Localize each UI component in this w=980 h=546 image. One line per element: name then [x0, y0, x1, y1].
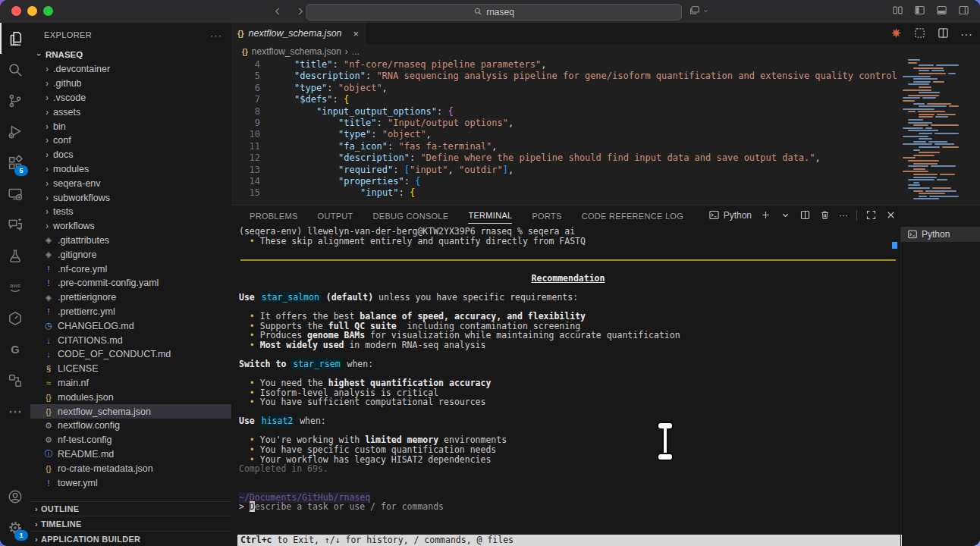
- editor-more-actions-icon[interactable]: ···: [960, 28, 972, 42]
- folder--github[interactable]: ›.github: [30, 77, 231, 91]
- breadcrumb-more[interactable]: ...: [352, 46, 360, 57]
- file-nf-test-config[interactable]: ⚙nf-test.config: [30, 433, 231, 447]
- activity-item-source-control[interactable]: [0, 85, 30, 116]
- explorer-more-actions-icon[interactable]: ···: [210, 30, 222, 41]
- file--gitignore[interactable]: ◈.gitignore: [30, 247, 231, 262]
- terminal-output[interactable]: (seqera-env) llewelyn-van-der-berg@KTW2Y…: [239, 227, 897, 535]
- toggle-secondary-sidebar-icon[interactable]: [958, 5, 969, 16]
- layout-dropdown-button[interactable]: [689, 5, 709, 17]
- folder-bin[interactable]: ›bin: [30, 119, 231, 133]
- folder-subworkflows[interactable]: ›subworkflows: [30, 190, 231, 205]
- maximize-panel-icon[interactable]: [865, 209, 877, 221]
- panel-more-actions-icon[interactable]: ···: [839, 210, 848, 221]
- activity-item-aws-toolkit[interactable]: aws: [0, 271, 30, 303]
- chevron-right-icon: ›: [41, 221, 53, 231]
- file-nextflow-config[interactable]: ⚙nextflow.config: [30, 419, 231, 433]
- activity-item-accounts[interactable]: [0, 481, 30, 512]
- activity-item-search[interactable]: [0, 54, 30, 85]
- panel-tab-code-reference-log[interactable]: CODE REFERENCE LOG: [582, 208, 683, 224]
- activity-item-remote-explorer[interactable]: [0, 178, 30, 209]
- split-editor-icon[interactable]: [937, 27, 950, 42]
- activity-item-explorer[interactable]: [0, 23, 30, 54]
- zoom-window-button[interactable]: [43, 6, 53, 16]
- minimize-window-button[interactable]: [27, 6, 37, 16]
- file-tower-yml[interactable]: !tower.yml: [30, 475, 231, 490]
- toggle-primary-sidebar-icon[interactable]: [914, 5, 925, 16]
- terminal-blank-line: [239, 483, 897, 493]
- file--nf-core-yml[interactable]: !.nf-core.yml: [30, 262, 231, 276]
- navigate-back-button[interactable]: [270, 3, 285, 20]
- activity-item-ai-chat[interactable]: [0, 209, 30, 240]
- file-ro-crate-metadata-json[interactable]: {}ro-crate-metadata.json: [30, 461, 231, 475]
- license-file-icon: §: [42, 364, 55, 373]
- activity-item-gitlens[interactable]: G: [0, 334, 30, 365]
- breadcrumb-file[interactable]: nextflow_schema.json: [252, 46, 341, 57]
- sidebar-section-outline[interactable]: ›OUTLINE: [30, 501, 231, 516]
- terminal-line: • Most widely used in modern RNA-seq ana…: [239, 340, 897, 350]
- file-label: main.nf: [58, 378, 89, 388]
- breadcrumb[interactable]: {} nextflow_schema.json › ...: [231, 44, 980, 59]
- file-readme-md[interactable]: ⓘREADME.md: [30, 447, 231, 462]
- panel-tab-output[interactable]: OUTPUT: [318, 208, 353, 224]
- folder-docs[interactable]: ›docs: [30, 148, 231, 162]
- file-modules-json[interactable]: {}modules.json: [30, 390, 231, 404]
- close-window-button[interactable]: [11, 6, 21, 16]
- info-file-icon: ⓘ: [42, 448, 55, 460]
- tab-close-icon[interactable]: ×: [353, 28, 359, 39]
- folder--vscode[interactable]: ›.vscode: [30, 91, 231, 105]
- schema-preview-icon[interactable]: [913, 27, 926, 42]
- file-changelog-md[interactable]: ◷CHANGELOG.md: [30, 318, 231, 333]
- file--prettierignore[interactable]: ◈.prettierignore: [30, 290, 231, 305]
- chevron-right-icon: ›: [41, 150, 53, 160]
- activity-item-run-and-debug[interactable]: [0, 116, 30, 147]
- folder-seqera-env[interactable]: ›seqera-env: [30, 176, 231, 190]
- terminal-list-item-python[interactable]: Python: [901, 227, 980, 242]
- terminal-shell-label[interactable]: Python: [708, 209, 752, 221]
- panel-tab-debug-console[interactable]: DEBUG CONSOLE: [373, 208, 449, 224]
- panel-tab-problems[interactable]: PROBLEMS: [250, 208, 298, 224]
- activity-item-extensions[interactable]: 5: [0, 147, 30, 178]
- sidebar-section-application-builder[interactable]: ›APPLICATION BUILDER: [30, 531, 231, 546]
- folder-tests[interactable]: ›tests: [30, 205, 231, 219]
- minimap[interactable]: [900, 59, 959, 205]
- activity-item-testing[interactable]: [0, 240, 30, 271]
- activity-item-project-graph[interactable]: [0, 365, 30, 396]
- terminal-blank-line: [239, 407, 897, 417]
- file-code-of-conduct-md[interactable]: ↓CODE_OF_CONDUCT.md: [30, 347, 231, 362]
- folder-assets[interactable]: ›assets: [30, 105, 231, 119]
- folder-modules[interactable]: ›modules: [30, 162, 231, 177]
- chevron-right-icon: ›: [35, 504, 38, 513]
- command-center-search[interactable]: rnaseq: [306, 4, 682, 20]
- file-main-nf[interactable]: ≈main.nf: [30, 376, 231, 391]
- code-editor[interactable]: 4"title": "nf-core/rnaseq pipeline param…: [231, 59, 897, 205]
- customize-layout-icon[interactable]: [892, 5, 903, 16]
- activity-item-hex-tool[interactable]: [0, 303, 30, 334]
- explorer-root-rnaseq[interactable]: ›RNASEQ: [30, 47, 231, 62]
- extension-action-icon[interactable]: [890, 27, 903, 42]
- panel-tab-terminal[interactable]: TERMINAL: [468, 207, 512, 224]
- file--pre-commit-config-yaml[interactable]: !.pre-commit-config.yaml: [30, 276, 231, 290]
- file--gitattributes[interactable]: ◈.gitattributes: [30, 234, 231, 248]
- panel-tab-ports[interactable]: PORTS: [532, 208, 561, 224]
- file-label: conf: [53, 135, 71, 146]
- line-number: 12: [231, 152, 272, 164]
- file-nextflow-schema-json[interactable]: {}nextflow_schema.json: [30, 404, 231, 419]
- file-citations-md[interactable]: ↓CITATIONS.md: [30, 333, 231, 347]
- file-license[interactable]: §LICENSE: [30, 362, 231, 376]
- file--prettierrc-yml[interactable]: !.prettierrc.yml: [30, 305, 231, 319]
- terminal-dropdown-chevron-icon[interactable]: [780, 209, 791, 221]
- kill-terminal-icon[interactable]: [819, 209, 831, 221]
- split-terminal-icon[interactable]: [799, 209, 811, 221]
- tab-nextflow-schema[interactable]: {} nextflow_schema.json ×: [231, 23, 366, 44]
- close-panel-icon[interactable]: [885, 209, 897, 221]
- new-terminal-icon[interactable]: [760, 209, 771, 221]
- activity-item-settings[interactable]: 1: [0, 512, 30, 543]
- activity-item-more-views[interactable]: [0, 396, 30, 427]
- folder-conf[interactable]: ›conf: [30, 133, 231, 148]
- aws-icon: aws: [7, 279, 24, 296]
- toggle-panel-icon[interactable]: [936, 5, 947, 16]
- sidebar-section-timeline[interactable]: ›TIMELINE: [30, 516, 231, 531]
- folder-workflows[interactable]: ›workflows: [30, 219, 231, 234]
- folder--devcontainer[interactable]: ›.devcontainer: [30, 62, 231, 77]
- file-label: .gitattributes: [58, 235, 109, 246]
